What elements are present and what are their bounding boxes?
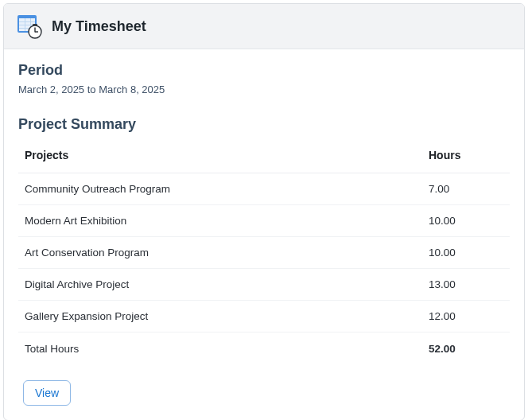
summary-table-wrapper: Projects Hours Community Outreach Progra… — [18, 138, 510, 364]
table-row: Community Outreach Program7.00 — [18, 173, 510, 205]
table-header-row: Projects Hours — [18, 138, 510, 173]
table-row: Gallery Expansion Project12.00 — [18, 301, 510, 332]
svg-rect-11 — [34, 24, 35, 25]
cell-hours: 7.00 — [422, 173, 510, 205]
card-body: Period March 2, 2025 to March 8, 2025 Pr… — [4, 49, 524, 420]
timesheet-icon — [17, 14, 42, 39]
summary-table: Projects Hours Community Outreach Progra… — [18, 138, 510, 364]
cell-project: Art Conservation Program — [18, 237, 422, 269]
table-row: Modern Art Exhibition10.00 — [18, 205, 510, 237]
svg-rect-5 — [25, 18, 25, 31]
total-row: Total Hours52.00 — [18, 332, 510, 365]
col-project: Projects — [18, 138, 422, 173]
cell-project: Modern Art Exhibition — [18, 205, 422, 237]
cell-hours: 10.00 — [422, 205, 510, 237]
cell-hours: 12.00 — [422, 301, 510, 332]
summary-heading: Project Summary — [18, 116, 510, 133]
card-title: My Timesheet — [52, 18, 146, 35]
cell-project: Community Outreach Program — [18, 173, 422, 205]
period-heading: Period — [18, 62, 510, 79]
col-hours: Hours — [422, 138, 510, 173]
timesheet-card: My Timesheet Period March 2, 2025 to Mar… — [3, 3, 525, 420]
card-header: My Timesheet — [4, 4, 524, 49]
table-row: Art Conservation Program10.00 — [18, 237, 510, 269]
svg-rect-9 — [35, 31, 38, 32]
table-row: Digital Archive Project13.00 — [18, 269, 510, 301]
period-range: March 2, 2025 to March 8, 2025 — [18, 84, 510, 95]
cell-hours: 10.00 — [422, 237, 510, 269]
total-hours: 52.00 — [422, 332, 510, 365]
cell-hours: 13.00 — [422, 269, 510, 301]
cell-project: Digital Archive Project — [18, 269, 422, 301]
cell-project: Gallery Expansion Project — [18, 301, 422, 332]
view-button[interactable]: View — [23, 380, 71, 406]
total-label: Total Hours — [18, 332, 422, 365]
svg-rect-2 — [19, 21, 35, 22]
